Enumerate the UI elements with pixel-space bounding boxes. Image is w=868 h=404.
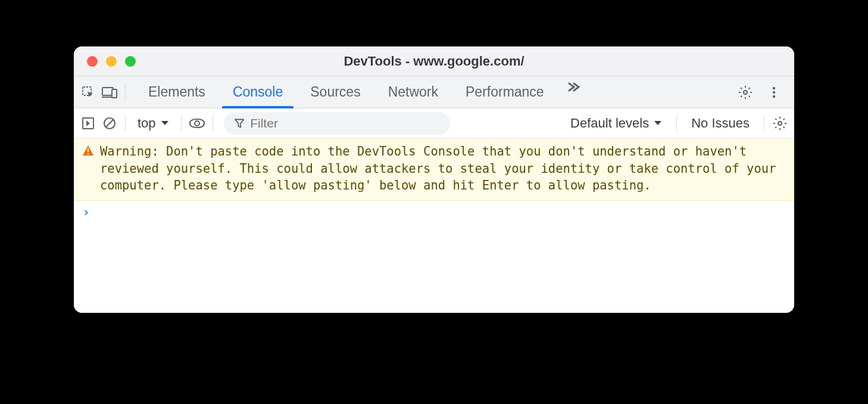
panel-tabstrip: Elements Console Sources Network Perform… — [74, 76, 794, 108]
svg-point-5 — [773, 86, 775, 89]
toggle-sidebar-icon[interactable] — [77, 113, 99, 134]
window-title: DevTools - www.google.com/ — [74, 54, 794, 69]
divider — [676, 115, 677, 132]
console-warning-row: Warning: Don't paste code into the DevTo… — [74, 138, 794, 201]
titlebar: DevTools - www.google.com/ — [74, 46, 794, 76]
tab-network[interactable]: Network — [375, 76, 451, 108]
svg-point-6 — [773, 91, 775, 93]
divider — [125, 84, 126, 101]
console-toolbar: top Default levels No Issues — [74, 108, 794, 138]
traffic-lights — [74, 56, 136, 67]
clear-console-icon[interactable] — [99, 113, 120, 134]
levels-label: Default levels — [570, 116, 649, 131]
svg-point-11 — [195, 121, 199, 126]
warning-icon — [82, 145, 94, 159]
console-settings-icon[interactable] — [769, 113, 791, 134]
chevron-down-icon — [654, 120, 662, 126]
svg-point-7 — [773, 95, 775, 97]
console-content: Warning: Don't paste code into the DevTo… — [74, 138, 794, 313]
panel-tabs: Elements Console Sources Network Perform… — [135, 76, 583, 108]
close-window-button[interactable] — [87, 56, 98, 67]
maximize-window-button[interactable] — [125, 56, 136, 67]
devtools-window: DevTools - www.google.com/ Elements Cons… — [74, 46, 794, 313]
chevron-down-icon — [161, 120, 169, 126]
context-selector[interactable]: top — [130, 116, 176, 131]
issues-counter[interactable]: No Issues — [682, 116, 759, 131]
svg-point-4 — [744, 91, 747, 94]
prompt-chevron-icon: › — [82, 204, 90, 219]
svg-point-12 — [778, 122, 782, 125]
divider — [764, 115, 764, 132]
divider — [181, 115, 182, 132]
tab-sources[interactable]: Sources — [297, 76, 373, 108]
more-tabs-icon[interactable] — [562, 76, 583, 98]
svg-rect-13 — [88, 148, 89, 152]
filter-box[interactable] — [224, 112, 450, 135]
svg-rect-14 — [88, 153, 89, 154]
tab-elements[interactable]: Elements — [135, 76, 218, 108]
warning-text: Warning: Don't paste code into the DevTo… — [100, 143, 787, 194]
context-label: top — [138, 116, 156, 131]
tab-performance[interactable]: Performance — [452, 76, 557, 108]
divider — [125, 115, 126, 132]
divider — [213, 115, 213, 132]
inspect-element-icon[interactable] — [77, 82, 99, 103]
svg-rect-3 — [112, 89, 117, 98]
device-toolbar-icon[interactable] — [99, 82, 120, 103]
settings-icon[interactable] — [735, 82, 756, 103]
filter-icon — [235, 118, 245, 129]
filter-input[interactable] — [250, 116, 439, 130]
console-prompt[interactable]: › — [74, 201, 794, 223]
minimize-window-button[interactable] — [106, 56, 117, 67]
log-levels-selector[interactable]: Default levels — [561, 116, 672, 131]
tab-console[interactable]: Console — [220, 76, 296, 108]
more-options-icon[interactable] — [763, 82, 785, 103]
live-expression-icon[interactable] — [186, 113, 208, 134]
svg-line-10 — [106, 120, 113, 127]
